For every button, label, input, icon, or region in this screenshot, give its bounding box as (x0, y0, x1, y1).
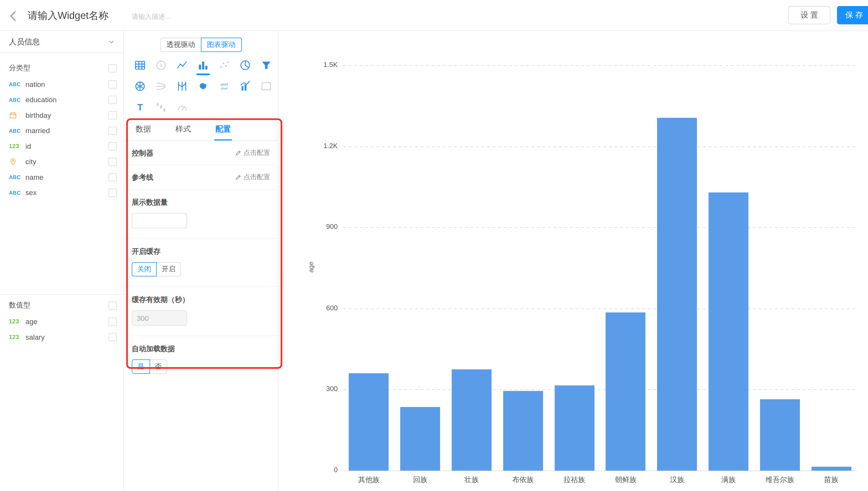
gridline (343, 227, 857, 228)
save-button[interactable]: 保 存 (837, 6, 868, 24)
field-row-salary[interactable]: 123salary (0, 329, 124, 344)
scorecard-chart-icon[interactable]: 8 (151, 55, 172, 75)
field-section-header: 数值型 (0, 297, 124, 314)
pie-chart-icon[interactable] (235, 55, 256, 75)
settings-button[interactable]: 设 置 (788, 6, 831, 24)
chart-bar-汉族[interactable] (657, 118, 697, 470)
mode-option-透视驱动[interactable]: 透视驱动 (160, 38, 201, 52)
view-selector[interactable]: 人员信息 (0, 31, 124, 53)
field-row-id[interactable]: 123id (0, 138, 124, 153)
chart-panel: age 03006009001.2K1.5K其他族回族壮族布依族拉祜族朝鲜族汉族… (279, 31, 868, 491)
field-row-name[interactable]: ABCname (0, 169, 124, 184)
chart-bar-满族[interactable] (708, 192, 749, 470)
num-type-icon: 123 (9, 333, 26, 340)
field-name: city (26, 157, 109, 166)
field-name: salary (26, 333, 109, 341)
display-count-input[interactable] (132, 213, 187, 228)
x-axis-label: 维吾尔族 (754, 475, 806, 485)
y-tick-label: 900 (309, 223, 338, 231)
x-axis-label: 壮族 (446, 475, 497, 485)
field-checkbox[interactable] (108, 142, 117, 150)
wordcloud-chart-icon[interactable]: wordcloud (214, 76, 235, 96)
richtext-chart-icon[interactable]: T (130, 97, 151, 117)
map-chart-icon[interactable] (193, 76, 214, 96)
field-checkbox[interactable] (108, 333, 117, 341)
field-row-sex[interactable]: ABCsex (0, 185, 124, 200)
x-axis-label: 拉祜族 (549, 475, 600, 485)
reference-line-configure-text: 点击配置 (244, 172, 270, 182)
field-row-age[interactable]: 123age (0, 314, 124, 329)
cache-option-开启[interactable]: 开启 (156, 262, 181, 277)
widget-name-input[interactable] (28, 7, 130, 24)
field-sections: 分类型ABCnationABCeducationbirthdayABCmarri… (0, 53, 124, 344)
chart-bar-其他族[interactable] (349, 373, 389, 470)
chart-bar-维吾尔族[interactable] (760, 399, 800, 470)
widget-description-input[interactable] (132, 11, 242, 22)
field-checkbox[interactable] (108, 80, 117, 88)
gridline (343, 65, 857, 66)
dual-axis-chart-icon[interactable] (235, 76, 256, 96)
cache-label: 开启缓存 (132, 247, 270, 257)
field-section-header: 分类型 (0, 60, 124, 76)
chart-bar-壮族[interactable] (452, 369, 491, 470)
field-row-nation[interactable]: ABCnation (0, 76, 124, 92)
tab-样式[interactable]: 样式 (174, 119, 192, 141)
mode-toggle: 透视驱动图表驱动 (124, 38, 278, 52)
field-row-education[interactable]: ABCeducation (0, 92, 124, 107)
num-type-icon: 123 (9, 318, 26, 325)
field-checkbox[interactable] (108, 111, 117, 119)
scatter-chart-icon[interactable] (214, 55, 235, 75)
tab-配置[interactable]: 配置 (214, 119, 232, 141)
field-name: name (26, 173, 109, 181)
section-checkbox[interactable] (108, 64, 117, 72)
field-section: 数值型123age123salary (0, 294, 124, 344)
field-checkbox[interactable] (108, 95, 117, 104)
autoload-option-否[interactable]: 否 (149, 359, 167, 374)
sankey-chart-icon[interactable] (151, 76, 172, 96)
cache-expire-label: 缓存有效期（秒） (132, 295, 270, 305)
chart-bar-回族[interactable] (401, 407, 440, 470)
radar-chart-icon[interactable] (130, 76, 151, 96)
iframe-chart-icon[interactable] (256, 76, 277, 96)
bar-chart-icon[interactable] (193, 55, 214, 75)
chart-bar-苗族[interactable] (811, 466, 851, 470)
controller-configure-link[interactable]: 点击配置 (235, 148, 270, 157)
chart-bar-布依族[interactable] (503, 391, 543, 470)
svg-text:cloud: cloud (221, 87, 227, 90)
funnel-chart-icon[interactable] (256, 55, 277, 75)
autoload-option-是[interactable]: 是 (132, 359, 150, 374)
svg-text:word: word (220, 83, 228, 86)
reference-line-label: 参考线 (132, 172, 154, 182)
waterfall-chart-icon[interactable] (151, 97, 172, 117)
field-row-birthday[interactable]: birthday (0, 107, 124, 123)
gauge-chart-icon[interactable] (172, 97, 193, 117)
display-count-block: 展示数据量 (124, 190, 278, 239)
mode-option-图表驱动[interactable]: 图表驱动 (201, 38, 242, 52)
tab-数据[interactable]: 数据 (135, 119, 152, 141)
table-chart-icon[interactable] (130, 55, 151, 75)
field-checkbox[interactable] (108, 173, 117, 181)
cache-block: 开启缓存 关闭开启 (124, 239, 278, 287)
calendar-type-icon (9, 111, 26, 119)
pencil-icon (235, 150, 241, 156)
autoload-block: 自动加载数据 是否 (124, 336, 278, 384)
autoload-toggle: 是否 (132, 359, 270, 374)
line-chart-icon[interactable] (172, 55, 193, 75)
field-row-married[interactable]: ABCmarried (0, 123, 124, 138)
section-checkbox[interactable] (108, 301, 117, 309)
back-button[interactable] (7, 9, 20, 23)
x-axis-label: 满族 (703, 475, 754, 485)
field-checkbox[interactable] (108, 189, 117, 197)
field-checkbox[interactable] (108, 126, 117, 135)
field-checkbox[interactable] (108, 317, 117, 325)
field-row-city[interactable]: city (0, 154, 124, 169)
cache-option-关闭[interactable]: 关闭 (132, 262, 157, 277)
chart-bar-拉祜族[interactable] (554, 385, 594, 470)
chart-bar-朝鲜族[interactable] (606, 313, 646, 470)
parallel-chart-icon[interactable] (172, 76, 193, 96)
chart-type-grid: 8wordcloudT (124, 52, 278, 117)
field-checkbox[interactable] (108, 157, 117, 166)
cache-expire-input[interactable] (132, 310, 187, 326)
y-tick-label: 0 (309, 466, 338, 474)
reference-line-configure-link[interactable]: 点击配置 (235, 172, 270, 182)
